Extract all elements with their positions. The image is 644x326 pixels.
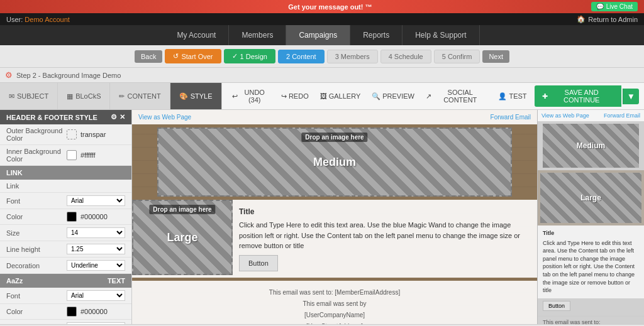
tab-subject[interactable]: ✉ SUBJECT bbox=[0, 83, 58, 109]
preview-large-row: Large bbox=[538, 170, 644, 225]
nav-members[interactable]: Members bbox=[229, 25, 286, 45]
preview-header-links: View as Web Page Forward Email bbox=[538, 110, 644, 121]
content-text-area[interactable]: Title Click and Type Here to edit this t… bbox=[233, 200, 537, 278]
save-dropdown-button[interactable]: ▼ bbox=[623, 89, 639, 104]
header-footer-style-header: HEADER & FOOTER STYLE ⚙ ✕ bbox=[0, 110, 131, 124]
view-as-web-link[interactable]: View as Web Page bbox=[138, 114, 191, 121]
preview-medium-image: Medium bbox=[543, 124, 639, 168]
start-over-button[interactable]: ↺ Start Over bbox=[165, 49, 221, 63]
preview-view-web-link[interactable]: View as Web Page bbox=[541, 112, 589, 119]
save-continue-button[interactable]: ✚ SAVE AND CONTINUE bbox=[535, 85, 621, 107]
step-design-button[interactable]: ✓ 1 Design bbox=[224, 49, 275, 63]
large-image-block[interactable]: Drop an image here Large bbox=[132, 200, 233, 275]
undo-button[interactable]: ↩ UNDO (34) bbox=[227, 86, 275, 106]
inner-bg-swatch[interactable] bbox=[67, 150, 77, 160]
text-section-header: AaZz TEXT bbox=[0, 274, 131, 288]
chat-icon: 💬 bbox=[596, 3, 604, 10]
check-icon: ✓ bbox=[232, 52, 238, 60]
editor-toolbar: ↩ UNDO (34) ↪ REDO 🖼 GALLERY 🔍 PREVIEW ↗… bbox=[222, 83, 644, 109]
preview-title: Title bbox=[543, 229, 639, 237]
step-content-button[interactable]: 2 Content bbox=[278, 50, 325, 63]
step-members-button[interactable]: 3 Members bbox=[327, 50, 378, 63]
step-schedule-button[interactable]: 4 Schedule bbox=[380, 50, 431, 63]
medium-image-container: Drop an image here Medium bbox=[145, 128, 525, 197]
preview-sent-to: This email was sent to: [MemberEmailAddr… bbox=[538, 316, 644, 324]
pencil-icon: ✏ bbox=[119, 92, 125, 101]
email-preview: View as Web Page Forward Email Drop an i… bbox=[132, 110, 537, 324]
nav-help[interactable]: Help & Support bbox=[402, 25, 479, 45]
left-panel: HEADER & FOOTER STYLE ⚙ ✕ Outer Backgrou… bbox=[0, 110, 132, 324]
content-button[interactable]: Button bbox=[239, 255, 278, 272]
preview-button[interactable]: 🔍 PREVIEW bbox=[367, 90, 419, 103]
main-nav: My Account Members Campaigns Reports Hel… bbox=[0, 25, 644, 45]
email-header-links: View as Web Page Forward Email bbox=[132, 110, 537, 124]
redo-button[interactable]: ↪ REDO bbox=[276, 90, 314, 103]
chevron-down-icon: ▼ bbox=[627, 92, 635, 101]
style-icon: 🎨 bbox=[179, 92, 188, 101]
test-icon: 👤 bbox=[498, 92, 507, 101]
user-info: User: Demo Account bbox=[6, 16, 70, 23]
medium-label: Medium bbox=[313, 156, 356, 169]
social-content-button[interactable]: ↗ SOCIAL CONTENT bbox=[421, 86, 492, 106]
link-decoration-row: Decoration Underline bbox=[0, 258, 131, 274]
tab-content[interactable]: ✏ CONTENT bbox=[110, 83, 170, 109]
preview-button[interactable]: Button bbox=[543, 301, 570, 311]
editor-title-bar: ⚙ Step 2 - Background Image Demo bbox=[0, 68, 644, 83]
main-layout: HEADER & FOOTER STYLE ⚙ ✕ Outer Backgrou… bbox=[0, 110, 644, 324]
text-font-select[interactable]: Arial bbox=[67, 290, 125, 301]
user-account-link[interactable]: Demo Account bbox=[25, 16, 70, 23]
redo-icon: ↪ bbox=[281, 92, 287, 101]
preview-large-image: Large bbox=[540, 173, 641, 223]
link-decoration-select[interactable]: Underline bbox=[67, 260, 125, 271]
next-button[interactable]: Next bbox=[482, 50, 509, 63]
content-title: Title bbox=[239, 206, 531, 217]
link-lineheight-select[interactable]: 1.25 bbox=[67, 244, 125, 254]
center-canvas: View as Web Page Forward Email Drop an i… bbox=[132, 110, 537, 324]
link-section-header: LINK bbox=[0, 166, 131, 180]
text-color-swatch[interactable] bbox=[67, 307, 77, 317]
title-icon: ⚙ bbox=[5, 70, 13, 80]
preview-forward-link[interactable]: Forward Email bbox=[604, 112, 640, 119]
preview-body: Click and Type Here to edit this text ar… bbox=[543, 239, 639, 295]
back-button[interactable]: Back bbox=[135, 50, 162, 63]
drop-label-medium: Drop an image here bbox=[301, 133, 367, 142]
link-item-row: Link bbox=[0, 180, 131, 193]
undo-icon: ↩ bbox=[232, 92, 238, 101]
link-lineheight-row: Line height 1.25 bbox=[0, 241, 131, 258]
drop-label-large: Drop an image here bbox=[149, 205, 215, 214]
panel-close-icon[interactable]: ✕ bbox=[119, 113, 125, 121]
nav-my-account[interactable]: My Account bbox=[164, 25, 229, 45]
content-body: Click and Type Here to edit this text ar… bbox=[239, 220, 531, 251]
tab-blocks[interactable]: ▦ BLoCkS bbox=[58, 83, 110, 109]
sub-tabs: ✉ SUBJECT ▦ BLoCkS ✏ CONTENT 🎨 STYLE bbox=[0, 83, 222, 109]
steps-bar: Back ↺ Start Over ✓ 1 Design 2 Content 3… bbox=[0, 45, 644, 68]
live-chat-button[interactable]: 💬 Live Chat bbox=[591, 2, 638, 11]
outer-bg-row: Outer Background Color transpar bbox=[0, 124, 131, 145]
home-icon: 🏠 bbox=[577, 15, 586, 23]
tab-style[interactable]: 🎨 STYLE bbox=[170, 83, 222, 109]
user-bar: User: Demo Account 🏠 Return to Admin bbox=[0, 13, 644, 25]
text-font-row: Font Arial bbox=[0, 288, 131, 304]
save-icon: ✚ bbox=[542, 92, 548, 101]
inner-bg-row: Inner Background Color #ffffff bbox=[0, 145, 131, 166]
outer-bg-swatch[interactable] bbox=[67, 129, 77, 139]
gallery-icon: 🖼 bbox=[320, 92, 327, 100]
text-size-select[interactable]: 14 bbox=[67, 322, 125, 324]
link-size-select[interactable]: 14 bbox=[67, 227, 125, 238]
nav-reports[interactable]: Reports bbox=[350, 25, 402, 45]
gallery-button[interactable]: 🖼 GALLERY bbox=[315, 90, 366, 102]
blocks-icon: ▦ bbox=[67, 92, 73, 101]
test-button[interactable]: 👤 TEST bbox=[493, 90, 531, 103]
search-icon: 🔍 bbox=[372, 92, 380, 101]
link-color-swatch[interactable] bbox=[67, 212, 77, 222]
medium-image-block[interactable]: Drop an image here Medium bbox=[157, 128, 512, 197]
forward-email-link[interactable]: Forward Email bbox=[491, 114, 531, 121]
nav-campaigns[interactable]: Campaigns bbox=[286, 25, 350, 45]
step-confirm-button[interactable]: 5 Confirm bbox=[434, 50, 480, 63]
return-admin[interactable]: 🏠 Return to Admin bbox=[577, 15, 638, 23]
editor-title: Step 2 - Background Image Demo bbox=[16, 72, 121, 79]
large-image-container: Drop an image here Large bbox=[132, 200, 233, 278]
link-font-select[interactable]: Arial bbox=[67, 195, 125, 206]
right-preview-panel: View as Web Page Forward Email Medium La… bbox=[537, 110, 644, 324]
panel-settings-icon[interactable]: ⚙ bbox=[111, 113, 117, 121]
